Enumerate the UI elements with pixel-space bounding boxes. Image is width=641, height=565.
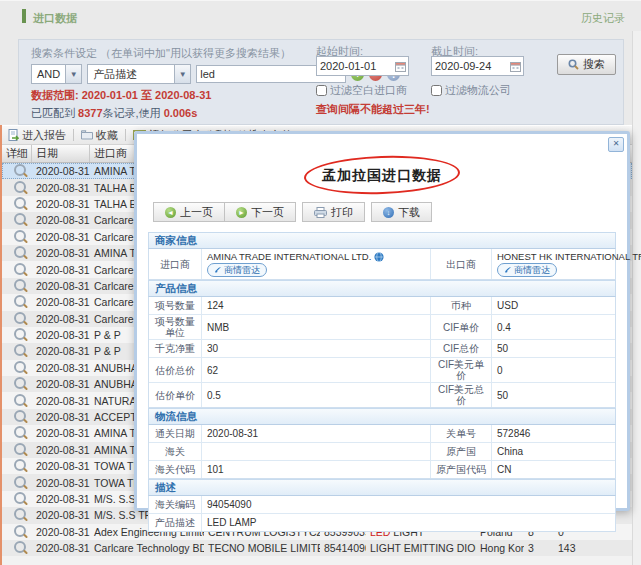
detail-magnifier-icon[interactable] [14, 394, 26, 406]
detail-cell [2, 377, 32, 391]
section-logistics-title: 物流信息 [148, 408, 616, 425]
detail-magnifier-icon[interactable] [14, 197, 26, 209]
detail-magnifier-icon[interactable] [14, 328, 26, 340]
radar-badge[interactable]: 商情雷达 [207, 263, 267, 277]
checkbox[interactable] [431, 85, 442, 96]
section-logistics-table: 通关日期2020-08-31关单号572846海关原产国China海关代码101… [148, 425, 616, 479]
start-date-field[interactable] [316, 56, 409, 76]
start-date-input[interactable] [317, 59, 395, 73]
date-cell: 2020-08-31 [32, 362, 90, 374]
detail-magnifier-icon[interactable] [14, 312, 26, 324]
modal-button-bar: ◄ 上一页 ► 下一页 打印 ↓ 下载 [153, 202, 627, 222]
calendar-icon[interactable] [395, 61, 406, 72]
enter-report-button[interactable]: 进入报告 [8, 128, 66, 143]
detail-magnifier-icon[interactable] [14, 541, 26, 553]
field-label: 估价总价 [149, 358, 202, 382]
checkbox[interactable] [316, 85, 327, 96]
date-cell: 2020-08-31 [32, 182, 90, 194]
detail-cell [2, 279, 32, 293]
detail-magnifier-icon[interactable] [14, 230, 26, 242]
exporter-label: 出口商 [430, 249, 492, 279]
date-cell: 2020-08-31 [32, 280, 90, 292]
field-label: 关单号 [430, 425, 492, 442]
detail-magnifier-icon[interactable] [14, 410, 26, 422]
detail-magnifier-icon[interactable] [14, 181, 26, 193]
close-icon[interactable]: ✕ [608, 137, 624, 152]
detail-magnifier-icon[interactable] [14, 213, 26, 225]
field-value: NMB [202, 315, 430, 339]
detail-cell [2, 344, 32, 358]
combo-arrow-icon[interactable]: ▼ [174, 65, 190, 83]
detail-cell [2, 443, 32, 457]
section-description-title: 描述 [148, 479, 616, 496]
header-detail[interactable]: 详细 [2, 145, 32, 162]
field-value: 101 [202, 461, 430, 478]
date-cell: 2020-08-31 [32, 526, 90, 538]
detail-cell [2, 361, 32, 375]
detail-cell [2, 230, 32, 244]
date-cell: 2020-08-31 [32, 214, 90, 226]
amount-cell: 143 [554, 542, 612, 554]
detail-magnifier-icon[interactable] [14, 279, 26, 291]
search-button-label: 搜索 [583, 57, 605, 72]
date-cell: 2020-08-31 [32, 493, 90, 505]
radar-badge[interactable]: 商情雷达 [497, 263, 557, 277]
data-range-note: 数据范围: 2020-01-01 至 2020-08-31 [31, 88, 211, 103]
detail-magnifier-icon[interactable] [14, 263, 26, 275]
detail-magnifier-icon[interactable] [14, 361, 26, 373]
filter-blank-importer-checkbox[interactable]: 过滤空白进口商 [316, 83, 407, 98]
section-description-table: 海关编码94054090产品描述LED LAMP [148, 496, 616, 532]
detail-magnifier-icon[interactable] [14, 246, 26, 258]
search-button[interactable]: 搜索 [557, 54, 616, 75]
detail-magnifier-icon[interactable] [14, 164, 26, 176]
field-value: 50 [492, 340, 615, 357]
globe-icon[interactable] [374, 252, 384, 262]
matched-count: 8377 [78, 107, 102, 119]
filter-logistics-checkbox[interactable]: 过滤物流公司 [431, 83, 511, 98]
description-cell: LIGHT EMITTING DIODES (L... [366, 542, 476, 554]
detail-cell [2, 394, 32, 408]
detail-row: 产品描述LED LAMP [149, 514, 615, 531]
detail-magnifier-icon[interactable] [14, 476, 26, 488]
calendar-icon[interactable] [510, 61, 521, 72]
print-button[interactable]: 打印 [302, 202, 365, 222]
download-button[interactable]: ↓ 下载 [371, 202, 432, 222]
field-label: 海关代码 [149, 461, 202, 478]
detail-magnifier-icon[interactable] [14, 295, 26, 307]
detail-magnifier-icon[interactable] [14, 492, 26, 504]
end-date-field[interactable] [431, 56, 524, 76]
detail-cell [2, 508, 32, 522]
vertical-scrollbar[interactable] [632, 31, 641, 565]
search-field-select[interactable]: 产品描述 ▼ [87, 64, 191, 84]
end-date-input[interactable] [432, 59, 510, 73]
favorite-label: 收藏 [96, 128, 118, 143]
date-cell: 2020-08-31 [32, 460, 90, 472]
field-value: 0.5 [202, 383, 430, 407]
print-label: 打印 [331, 205, 353, 220]
prev-page-label: 上一页 [180, 205, 213, 220]
detail-magnifier-icon[interactable] [14, 525, 26, 537]
field-value: 94054090 [202, 496, 615, 513]
detail-cell [2, 295, 32, 309]
prev-page-button[interactable]: ◄ 上一页 [153, 202, 225, 222]
detail-row: 估价单价0.5CIF美元总价50 [149, 383, 615, 407]
detail-magnifier-icon[interactable] [14, 508, 26, 520]
next-page-button[interactable]: ► 下一页 [224, 202, 296, 222]
detail-magnifier-icon[interactable] [14, 443, 26, 455]
favorite-button[interactable]: 收藏 [81, 128, 118, 143]
table-row[interactable]: 2020-08-31Carlcare Technology BD Limited… [2, 540, 632, 556]
header-date[interactable]: 日期 [32, 145, 90, 162]
detail-magnifier-icon[interactable] [14, 377, 26, 389]
bool-operator-select[interactable]: AND ▼ [31, 64, 82, 84]
detail-magnifier-icon[interactable] [14, 426, 26, 438]
field-value: LED LAMP [202, 514, 615, 531]
history-link[interactable]: 历史记录 [581, 11, 625, 26]
detail-magnifier-icon[interactable] [14, 344, 26, 356]
combo-arrow-icon[interactable]: ▼ [65, 65, 81, 83]
detail-cell [2, 328, 32, 342]
search-icon [568, 59, 579, 70]
field-label: 项号数量 [149, 297, 202, 314]
detail-magnifier-icon[interactable] [14, 459, 26, 471]
exporter-name: HONEST HK INTERNATIONAL TRADING CO [497, 251, 641, 262]
detail-row: 海关原产国China [149, 443, 615, 461]
